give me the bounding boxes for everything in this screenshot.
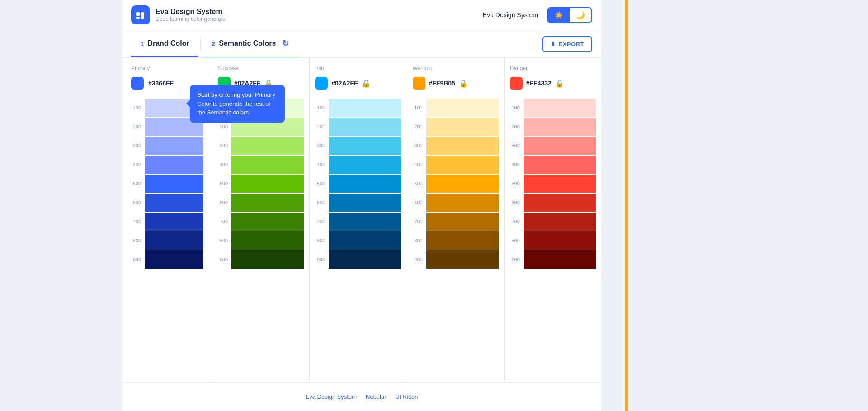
danger-color-row: #FF4332 🔒 [510,77,596,90]
theme-dark-button[interactable]: 🌙 [570,8,591,22]
header-brand-label: Eva Design System [483,11,538,19]
danger-swatch-400 [524,156,596,174]
info-swatch-700 [329,213,401,231]
danger-swatch-700 [524,213,596,231]
export-label: EXPORT [559,41,584,47]
warning-swatch-800 [426,231,499,250]
s-label: 300 [218,143,231,148]
refresh-icon[interactable]: ↻ [282,38,289,48]
logo-text: Eva Design System Deep learning color ge… [156,8,227,22]
d-label: 800 [510,238,524,243]
theme-toggle[interactable]: ☀️ 🌙 [547,7,592,23]
logo-title: Eva Design System [156,8,227,16]
info-swatch-900 [329,250,401,269]
i-label: 100 [315,105,329,110]
tab-brand-number: 1 [140,40,144,47]
info-swatch-300 [329,137,401,155]
s-label: 500 [218,181,231,186]
footer-link-nebular[interactable]: Nebular [366,393,387,400]
warning-swatch[interactable] [413,77,425,90]
warning-color-row: #FF9B05 🔒 [413,77,499,90]
i-label: 900 [315,257,329,262]
scale-row: 500 [131,175,203,193]
success-swatch-400 [231,156,304,174]
success-swatch-300 [231,137,304,155]
success-swatch-800 [231,231,304,250]
primary-swatch-300 [145,137,203,155]
warning-hex: #FF9B05 [429,80,455,87]
w-label: 500 [413,181,426,186]
primary-swatch-900 [145,250,203,269]
success-color-scale: 100 200 300 400 500 600 700 800 900 [218,99,304,269]
primary-swatch-800 [145,231,203,250]
sidebar-left [0,0,122,411]
primary-hex-value: #3366FF [148,80,174,87]
i-label: 500 [315,181,329,186]
info-column: Info #02A2FF 🔒 100 200 300 400 500 [310,58,407,382]
danger-swatch[interactable] [510,77,523,90]
warning-swatch-200 [426,118,499,136]
scale-row: 300 [131,137,203,155]
danger-lock-icon[interactable]: 🔒 [555,79,564,88]
tab-brand-color[interactable]: 1 Brand Color [131,31,198,57]
primary-swatch-400 [145,156,203,174]
d-label: 100 [510,105,524,110]
warning-swatch-700 [426,213,499,231]
warning-swatch-900 [426,250,499,269]
footer-link-uikitten[interactable]: UI Kitten [396,393,418,400]
warning-column: Warning #FF9B05 🔒 100 200 300 400 500 [407,58,505,382]
danger-swatch-600 [524,194,596,212]
warning-swatch-400 [426,156,499,174]
scale-row: 700 [131,213,203,231]
warning-lock-icon[interactable]: 🔒 [459,79,468,88]
primary-swatch-700 [145,213,203,231]
scale-label-500: 500 [131,181,145,186]
w-label: 100 [413,105,426,110]
primary-color-scale: 100 200 300 400 500 600 700 800 900 [131,99,203,269]
scale-label-600: 600 [131,200,145,205]
svg-rect-2 [136,17,140,19]
i-label: 700 [315,219,329,224]
danger-label: Danger [510,65,596,71]
svg-rect-0 [136,12,140,16]
scale-label-700: 700 [131,219,145,224]
theme-light-button[interactable]: ☀️ [548,8,570,22]
info-swatch[interactable] [315,77,328,90]
info-swatch-400 [329,156,401,174]
footer-link-eva[interactable]: Eva Design System [306,393,357,400]
w-label: 400 [413,162,426,167]
main-container: Eva Design System Deep learning color ge… [122,0,601,411]
success-label: Success [218,65,304,71]
scale-label-400: 400 [131,162,145,167]
svg-rect-1 [141,12,144,19]
danger-hex: #FF4332 [526,80,552,87]
d-label: 200 [510,124,524,129]
tab-semantic-number: 2 [212,40,215,47]
info-color-row: #02A2FF 🔒 [315,77,401,90]
scale-label-200: 200 [131,124,145,129]
scale-row: 600 [131,194,203,212]
i-label: 300 [315,143,329,148]
d-label: 900 [510,257,524,262]
scale-row: 900 [131,250,203,269]
danger-swatch-200 [524,118,596,136]
tab-brand-label: Brand Color [147,39,189,47]
i-label: 800 [315,238,329,243]
i-label: 400 [315,162,329,167]
primary-swatch-600 [145,194,203,212]
i-label: 200 [315,124,329,129]
d-label: 700 [510,219,524,224]
logo-area: Eva Design System Deep learning color ge… [131,5,227,24]
primary-color-swatch[interactable] [131,77,144,90]
primary-label: Primary [131,65,203,71]
info-lock-icon[interactable]: 🔒 [362,79,371,88]
warning-swatch-300 [426,137,499,155]
sidebar-right [601,0,628,411]
tab-semantic-colors[interactable]: 2 Semantic Colors ↻ [203,30,298,57]
warning-swatch-100 [426,99,499,117]
export-button[interactable]: ⬇ EXPORT [542,36,592,52]
scale-row: 400 [131,156,203,174]
danger-column: Danger #FF4332 🔒 100 200 300 400 500 [505,58,601,382]
danger-swatch-100 [524,99,596,117]
sidebar-accent [625,0,628,411]
